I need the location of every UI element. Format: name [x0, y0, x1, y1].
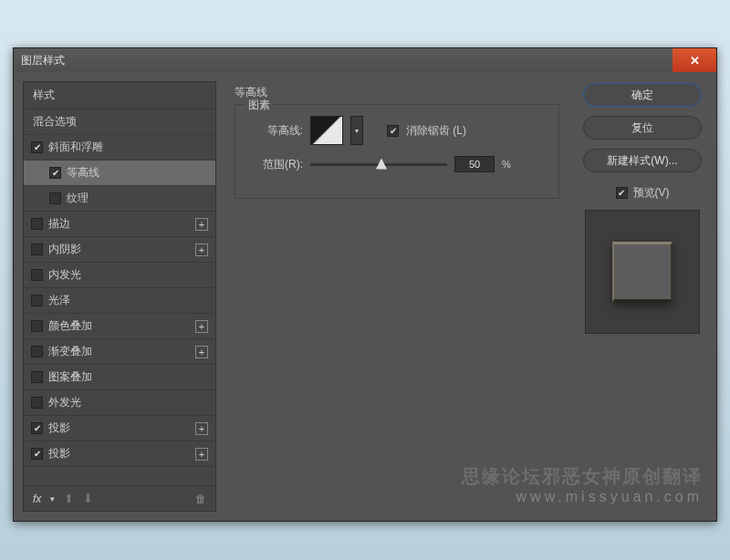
preview-label: 预览(V) [633, 185, 670, 201]
fieldset-legend: 图素 [245, 98, 274, 113]
close-button[interactable]: ✕ [673, 48, 716, 72]
style-label: 图案叠加 [48, 369, 92, 385]
style-row[interactable]: 纹理 [24, 186, 215, 212]
style-row[interactable]: 外发光 [24, 390, 215, 416]
cancel-button[interactable]: 复位 [583, 116, 702, 140]
settings-panel: 等高线 图素 等高线: ▾ 消除锯齿 (L) 范围(R): [225, 81, 568, 512]
add-effect-button[interactable]: + [195, 422, 208, 435]
style-label: 外发光 [48, 395, 81, 410]
style-row[interactable]: 等高线 [24, 161, 215, 186]
preview-tile [612, 242, 673, 302]
style-row[interactable]: 颜色叠加+ [24, 314, 215, 339]
chevron-down-icon: ▾ [50, 494, 55, 503]
style-checkbox[interactable] [31, 397, 43, 409]
add-effect-button[interactable]: + [195, 244, 208, 256]
watermark: 思缘论坛邪恶女神原创翻译 www.missyuan.com [462, 464, 703, 505]
style-label: 渐变叠加 [48, 344, 92, 359]
range-unit: % [502, 159, 511, 170]
fx-label[interactable]: fx [33, 493, 41, 505]
antialias-checkbox[interactable] [387, 125, 399, 137]
range-slider[interactable] [310, 163, 447, 166]
style-label: 投影 [48, 420, 70, 436]
style-row[interactable]: 光泽 [24, 288, 215, 314]
add-effect-button[interactable]: + [195, 448, 208, 461]
titlebar[interactable]: 图层样式 ✕ [14, 48, 716, 72]
style-row[interactable]: 斜面和浮雕 [24, 135, 215, 161]
dialog-title: 图层样式 [21, 53, 65, 68]
range-label: 范围(R): [248, 157, 303, 172]
section-title: 等高线 [235, 85, 559, 100]
slider-thumb[interactable] [376, 159, 387, 170]
style-label: 投影 [48, 446, 70, 461]
trash-icon[interactable]: 🗑 [195, 493, 206, 505]
contour-picker[interactable] [310, 116, 343, 145]
style-row[interactable]: 图案叠加 [24, 365, 215, 390]
close-icon: ✕ [690, 54, 700, 67]
new-style-button[interactable]: 新建样式(W)... [583, 149, 702, 172]
style-row[interactable]: 渐变叠加+ [24, 339, 215, 365]
contour-label: 等高线: [248, 123, 303, 139]
preview-box [585, 210, 700, 334]
style-checkbox[interactable] [31, 218, 43, 230]
watermark-line1: 思缘论坛邪恶女神原创翻译 [462, 464, 703, 489]
style-checkbox[interactable] [31, 422, 43, 434]
preview-toggle-row: 预览(V) [616, 185, 670, 201]
actions-column: 确定 复位 新建样式(W)... 预览(V) [578, 81, 707, 512]
elements-fieldset: 图素 等高线: ▾ 消除锯齿 (L) 范围(R): % [235, 104, 559, 199]
arrow-up-icon[interactable]: ⬆ [64, 492, 74, 505]
styles-list-panel: 样式 混合选项 斜面和浮雕等高线纹理描边+内阴影+内发光光泽颜色叠加+渐变叠加+… [23, 81, 216, 512]
style-row[interactable]: 内发光 [24, 263, 215, 288]
preview-checkbox[interactable] [616, 187, 628, 199]
add-effect-button[interactable]: + [195, 346, 208, 358]
style-checkbox[interactable] [31, 346, 43, 358]
style-label: 光泽 [48, 293, 70, 308]
blend-options-row[interactable]: 混合选项 [24, 109, 215, 135]
style-row[interactable]: 投影+ [24, 416, 215, 441]
style-label: 内发光 [48, 267, 81, 283]
style-label: 等高线 [67, 165, 99, 181]
style-checkbox[interactable] [31, 269, 43, 281]
range-input[interactable] [454, 156, 495, 172]
ok-button[interactable]: 确定 [583, 83, 702, 107]
style-row[interactable]: 内阴影+ [24, 237, 215, 263]
style-row[interactable]: 描边+ [24, 212, 215, 237]
contour-dropdown[interactable]: ▾ [350, 116, 363, 145]
styles-header: 样式 [24, 82, 215, 109]
style-checkbox[interactable] [31, 295, 43, 306]
style-label: 描边 [48, 216, 70, 232]
style-row[interactable]: 投影+ [24, 441, 215, 467]
style-checkbox[interactable] [31, 141, 43, 153]
style-checkbox[interactable] [49, 167, 61, 179]
arrow-down-icon[interactable]: ⬇ [83, 492, 93, 505]
style-label: 斜面和浮雕 [48, 140, 103, 155]
style-checkbox[interactable] [31, 371, 43, 383]
style-checkbox[interactable] [49, 192, 61, 204]
style-label: 纹理 [67, 191, 89, 206]
style-label: 内阴影 [48, 242, 81, 257]
add-effect-button[interactable]: + [195, 218, 208, 231]
style-checkbox[interactable] [31, 244, 43, 255]
add-effect-button[interactable]: + [195, 320, 208, 333]
watermark-line2: www.missyuan.com [462, 489, 703, 505]
antialias-label: 消除锯齿 (L) [406, 123, 466, 139]
dialog-body: 样式 混合选项 斜面和浮雕等高线纹理描边+内阴影+内发光光泽颜色叠加+渐变叠加+… [14, 72, 716, 521]
range-row: 范围(R): % [248, 156, 546, 172]
style-checkbox[interactable] [31, 448, 43, 460]
layer-style-dialog: 图层样式 ✕ 样式 混合选项 斜面和浮雕等高线纹理描边+内阴影+内发光光泽颜色叠… [13, 47, 717, 522]
styles-footer: fx ▾ ⬆ ⬇ 🗑 [24, 485, 215, 511]
contour-row: 等高线: ▾ 消除锯齿 (L) [248, 116, 546, 145]
style-checkbox[interactable] [31, 320, 43, 332]
chevron-down-icon: ▾ [355, 127, 359, 135]
style-label: 颜色叠加 [48, 318, 92, 334]
